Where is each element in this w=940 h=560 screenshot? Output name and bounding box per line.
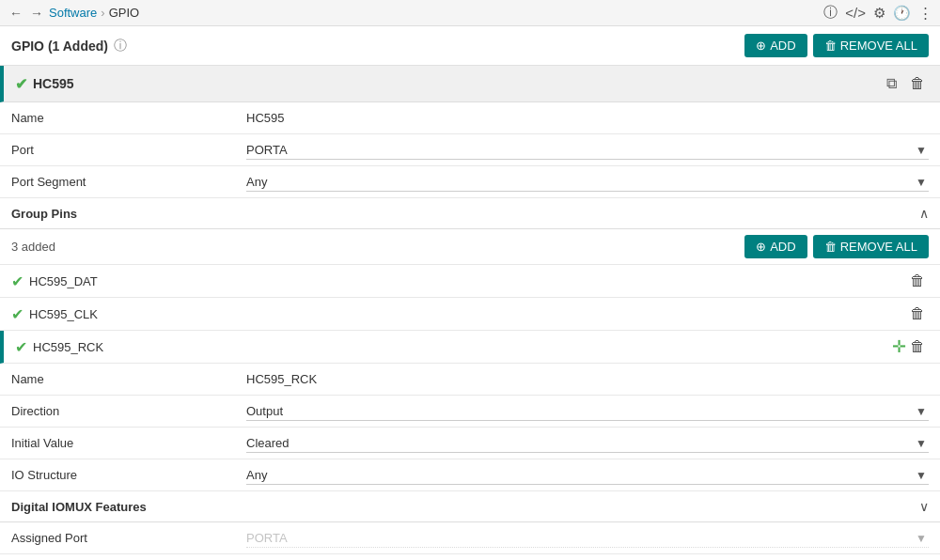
- pin-hc595-clk-label: ✔ HC595_CLK: [11, 305, 906, 323]
- header-btn-group: ⊕ ADD 🗑 REMOVE ALL: [744, 34, 929, 57]
- pins-remove-all-button[interactable]: 🗑 REMOVE ALL: [813, 235, 929, 258]
- pin-name-label: Name: [11, 372, 246, 386]
- iomux-assigned-port-label: Assigned Port: [11, 531, 246, 545]
- hc595-port-label: Port: [11, 143, 246, 157]
- group-pins-header[interactable]: Group Pins ∧: [0, 198, 940, 229]
- hc595-name: HC595: [33, 76, 74, 91]
- hc595-name-value: HC595: [246, 111, 929, 125]
- pin-hc595-dat-label: ✔ HC595_DAT: [11, 272, 906, 290]
- pin-hc595-rck-delete-button[interactable]: 🗑: [906, 336, 929, 357]
- pins-add-label: ADD: [770, 240, 795, 254]
- pin-hc595-dat-name: HC595_DAT: [29, 274, 98, 288]
- pin-hc595-clk-name: HC595_CLK: [29, 307, 98, 321]
- more-nav-icon[interactable]: ⋮: [918, 5, 932, 22]
- pins-remove-all-label: REMOVE ALL: [840, 240, 917, 254]
- info-nav-icon[interactable]: ⓘ: [823, 4, 838, 22]
- pin-hc595-rck-drag-icon[interactable]: ✛: [892, 336, 906, 357]
- page-info-icon[interactable]: ⓘ: [114, 38, 127, 54]
- pin-initial-value-select[interactable]: Cleared: [246, 434, 929, 453]
- pin-hc595-dat-check-icon: ✔: [11, 272, 24, 290]
- pins-added-row: 3 added ⊕ ADD 🗑 REMOVE ALL: [0, 229, 940, 265]
- pin-hc595-dat-delete-button[interactable]: 🗑: [906, 271, 929, 291]
- main-content: ✔ HC595 ⧉ 🗑 Name HC595 Port PORTA ▼ Port…: [0, 66, 940, 554]
- forward-arrow[interactable]: →: [28, 6, 45, 21]
- iomux-assigned-port-select-wrapper: PORTA ▼: [246, 529, 929, 548]
- pin-io-structure-select[interactable]: Any: [246, 466, 929, 485]
- hc595-port-select-wrapper: PORTA ▼: [246, 141, 929, 160]
- breadcrumb-gpio: GPIO: [109, 6, 140, 20]
- hc595-port-segment-label: Port Segment: [11, 175, 246, 189]
- hc595-title: ✔ HC595: [15, 75, 74, 93]
- pin-hc595-clk-check-icon: ✔: [11, 305, 24, 323]
- pin-hc595-clk-actions: 🗑: [906, 303, 929, 324]
- header-remove-all-button[interactable]: 🗑 REMOVE ALL: [813, 34, 929, 57]
- pins-added-count: 3 added: [11, 240, 55, 254]
- pin-direction-label: Direction: [11, 404, 246, 418]
- group-pins-chevron-icon: ∧: [919, 206, 929, 221]
- iomux-header[interactable]: Digital IOMUX Features ∨: [0, 491, 940, 522]
- breadcrumb-separator: ›: [101, 6, 104, 20]
- pin-io-structure-row: IO Structure Any ▼: [0, 459, 940, 491]
- iomux-assigned-port-select[interactable]: PORTA: [246, 529, 929, 548]
- hc595-header-actions: ⧉ 🗑: [883, 73, 929, 94]
- hc595-port-select[interactable]: PORTA: [246, 141, 929, 160]
- top-nav-icons: ⓘ </> ⚙ 🕐 ⋮: [823, 4, 932, 22]
- hc595-check-icon: ✔: [15, 75, 27, 93]
- hc595-port-row: Port PORTA ▼: [0, 134, 940, 166]
- hc595-delete-button[interactable]: 🗑: [906, 73, 929, 94]
- pin-hc595-dat-actions: 🗑: [906, 271, 929, 291]
- hc595-name-row: Name HC595: [0, 102, 940, 134]
- pin-hc595-dat[interactable]: ✔ HC595_DAT 🗑: [0, 265, 940, 298]
- history-nav-icon[interactable]: 🕐: [893, 5, 911, 22]
- pin-name-value: HC595_RCK: [246, 372, 929, 386]
- pins-add-plus-icon: ⊕: [756, 240, 766, 254]
- pin-hc595-rck-check-icon: ✔: [15, 338, 27, 356]
- pin-hc595-rck-name: HC595_RCK: [33, 340, 103, 354]
- hc595-copy-button[interactable]: ⧉: [883, 73, 901, 94]
- pin-hc595-clk[interactable]: ✔ HC595_CLK 🗑: [0, 298, 940, 331]
- page-title-row: GPIO (1 Added) ⓘ: [11, 38, 127, 54]
- page-title: GPIO (1 Added): [11, 39, 108, 54]
- pins-added-actions: ⊕ ADD 🗑 REMOVE ALL: [744, 235, 929, 258]
- pin-initial-value-label: Initial Value: [11, 436, 246, 450]
- pin-direction-select[interactable]: Output: [246, 402, 929, 421]
- pin-hc595-clk-delete-button[interactable]: 🗑: [906, 303, 929, 324]
- pin-hc595-rck[interactable]: ✔ HC595_RCK ✛ 🗑: [0, 331, 940, 364]
- pin-name-row: Name HC595_RCK: [0, 364, 940, 396]
- pin-initial-value-select-wrapper: Cleared ▼: [246, 434, 929, 453]
- pin-direction-row: Direction Output ▼: [0, 396, 940, 428]
- code-nav-icon[interactable]: </>: [845, 5, 866, 21]
- pin-io-structure-label: IO Structure: [11, 468, 246, 482]
- iomux-chevron-icon: ∨: [919, 499, 929, 514]
- iomux-title: Digital IOMUX Features: [11, 500, 147, 514]
- header-add-label: ADD: [770, 39, 795, 53]
- pin-io-structure-select-wrapper: Any ▼: [246, 466, 929, 485]
- pins-add-button[interactable]: ⊕ ADD: [744, 235, 807, 258]
- hc595-name-label: Name: [11, 111, 246, 125]
- header-remove-all-label: REMOVE ALL: [840, 39, 917, 53]
- pin-initial-value-row: Initial Value Cleared ▼: [0, 428, 940, 459]
- hc595-port-segment-select-wrapper: Any ▼: [246, 173, 929, 192]
- hc595-section-header: ✔ HC595 ⧉ 🗑: [0, 66, 940, 102]
- pin-hc595-rck-label: ✔ HC595_RCK: [15, 338, 892, 356]
- group-pins-title: Group Pins: [11, 207, 77, 221]
- header-add-plus-icon: ⊕: [756, 39, 766, 53]
- hc595-port-segment-select[interactable]: Any: [246, 173, 929, 192]
- pin-hc595-rck-actions: 🗑: [906, 336, 929, 357]
- page-header: GPIO (1 Added) ⓘ ⊕ ADD 🗑 REMOVE ALL: [0, 26, 940, 66]
- header-remove-all-trash-icon: 🗑: [824, 39, 837, 53]
- settings-nav-icon[interactable]: ⚙: [873, 5, 885, 22]
- header-add-button[interactable]: ⊕ ADD: [744, 34, 807, 57]
- pins-remove-all-trash-icon: 🗑: [824, 240, 837, 254]
- iomux-assigned-port-row: Assigned Port PORTA ▼: [0, 522, 940, 554]
- back-arrow[interactable]: ←: [8, 6, 24, 21]
- pin-direction-select-wrapper: Output ▼: [246, 402, 929, 421]
- breadcrumb-software[interactable]: Software: [49, 6, 97, 20]
- hc595-port-segment-row: Port Segment Any ▼: [0, 166, 940, 198]
- top-nav: ← → Software › GPIO ⓘ </> ⚙ 🕐 ⋮: [0, 0, 940, 26]
